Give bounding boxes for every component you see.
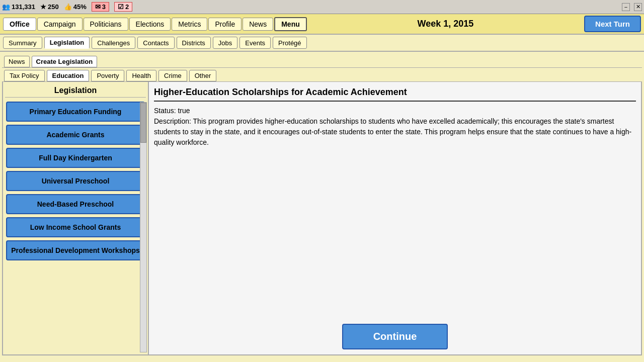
tasks-stat[interactable]: ☑ 2 [114,2,132,12]
minimize-button[interactable]: − [622,3,630,11]
next-turn-button[interactable]: Next Turn [584,16,641,32]
nav-tab-metrics[interactable]: Metrics [172,18,207,31]
title-bar-stats: 👥 131,331 ★ 250 👍 45% ✉ 3 ☑ 2 [2,2,622,12]
rating-value: 250 [48,3,59,11]
leg-item-full-day-kindergarten[interactable]: Full Day Kindergarten [6,148,145,168]
sub-tab-districts[interactable]: Districts [177,37,211,49]
main-nav: Office Campaign Politicians Elections Me… [0,14,644,35]
cat-tab-education[interactable]: Education [47,70,90,81]
leg-item-professional-development[interactable]: Professional Development Workshops [6,240,145,260]
people-icon: 👥 [2,3,10,11]
nav-tab-elections[interactable]: Elections [129,18,171,31]
rating-stat: ★ 250 [40,3,59,11]
cat-tab-other[interactable]: Other [189,70,217,81]
sub-tab-jobs[interactable]: Jobs [213,37,237,49]
scrollbar-thumb[interactable] [140,103,146,143]
thumbsup-icon: 👍 [64,3,72,11]
legislation-list-scroll: Primary Education Funding Academic Grant… [5,100,146,352]
checkbox-icon: ☑ [118,3,124,11]
legislation-tabs: News Create Legislation [2,54,642,68]
star-icon: ★ [40,3,46,11]
detail-status: Status: true [154,106,636,116]
week-display: Week 1, 2015 [308,19,583,29]
nav-tab-campaign[interactable]: Campaign [37,18,83,31]
nav-tab-politicians[interactable]: Politicians [84,18,128,31]
scrollbar-track[interactable] [140,102,147,352]
cat-tab-health[interactable]: Health [126,70,156,81]
content-wrapper: News Create Legislation Tax Policy Educa… [0,52,644,362]
legislation-list-title: Legislation [5,84,146,98]
messages-stat[interactable]: ✉ 3 [92,2,109,12]
envelope-icon: ✉ [95,3,101,11]
legislation-list-container: Legislation Primary Education Funding Ac… [3,82,149,354]
nav-tab-profile[interactable]: Profile [208,18,242,31]
sub-tab-legislation[interactable]: Legislation [44,37,90,49]
leg-tab-create[interactable]: Create Legislation [32,56,98,67]
tasks-value: 2 [125,3,129,11]
detail-description: Description: This program provides highe… [154,116,636,148]
detail-body: Status: true Description: This program p… [154,106,636,320]
title-bar: 👥 131,331 ★ 250 👍 45% ✉ 3 ☑ 2 − ✕ [0,0,644,14]
main-content: Legislation Primary Education Funding Ac… [2,82,642,355]
continue-button[interactable]: Continue [342,324,448,349]
leg-item-primary-education[interactable]: Primary Education Funding [6,102,145,122]
detail-panel: Higher-Education Scholarships for Academ… [149,82,641,354]
close-button[interactable]: ✕ [634,3,642,11]
nav-tab-news[interactable]: News [243,18,273,31]
leg-tab-news[interactable]: News [4,56,30,67]
leg-item-low-income-grants[interactable]: Low Income School Grants [6,217,145,237]
sub-tab-challenges[interactable]: Challenges [92,37,135,49]
approval-value: 45% [73,3,87,11]
sub-nav: Summary Legislation Challenges Contacts … [0,35,644,52]
sub-tab-summary[interactable]: Summary [3,37,42,49]
leg-item-academic-grants[interactable]: Academic Grants [6,125,145,145]
messages-value: 3 [102,3,106,11]
title-bar-controls: − ✕ [622,3,642,11]
cat-tab-taxpolicy[interactable]: Tax Policy [4,70,45,81]
leg-item-universal-preschool[interactable]: Universal Preschool [6,171,145,191]
sub-tab-protege[interactable]: Protégé [273,37,307,49]
leg-item-need-based-preschool[interactable]: Need-Based Preschool [6,194,145,214]
population-stat: 👥 131,331 [2,3,35,11]
cat-tab-crime[interactable]: Crime [158,70,187,81]
approval-stat: 👍 45% [64,3,87,11]
category-tabs: Tax Policy Education Poverty Health Crim… [2,68,642,82]
sub-tab-contacts[interactable]: Contacts [137,37,174,49]
nav-tab-office[interactable]: Office [3,18,36,31]
nav-tab-menu[interactable]: Menu [274,17,307,31]
population-value: 131,331 [12,3,35,11]
cat-tab-poverty[interactable]: Poverty [91,70,124,81]
detail-title: Higher-Education Scholarships for Academ… [154,87,636,102]
sub-tab-events[interactable]: Events [239,37,271,49]
